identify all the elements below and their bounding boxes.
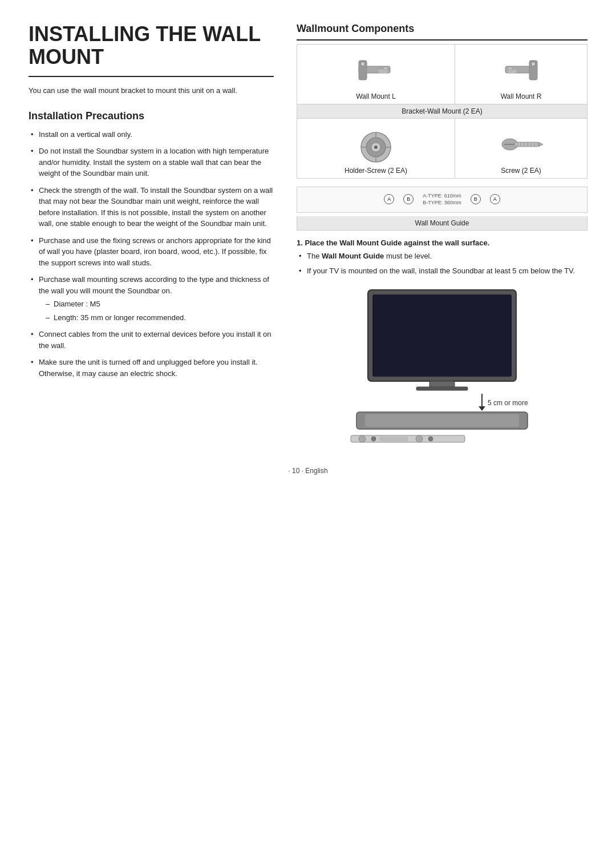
tv-diagram-svg: 5 cm or more [334, 284, 550, 444]
list-item: Make sure the unit is turned off and unp… [29, 357, 274, 379]
svg-point-9 [508, 67, 512, 70]
svg-marker-27 [538, 142, 543, 147]
components-table: Wall Mount L Wall Mount R [297, 44, 587, 179]
step-1-number: 1. Place the Wall Mount Guide against th… [297, 239, 587, 247]
component-label: Wall Mount L [356, 92, 396, 100]
page-title: INSTALLING THE WALL MOUNT [29, 23, 274, 77]
component-label: Wall Mount R [501, 92, 542, 100]
precautions-list: Install on a vertical wall only. Do not … [29, 129, 274, 379]
svg-rect-31 [416, 387, 468, 390]
guide-label: Wall Mount Guide [297, 216, 587, 231]
svg-point-41 [416, 435, 423, 442]
svg-rect-29 [372, 294, 512, 377]
guide-circle-a: A [384, 194, 394, 205]
list-item: The Wall Mount Guide must be level. [297, 251, 587, 262]
bracket-label-row: Bracket-Wall Mount (2 EA) [297, 104, 587, 119]
left-column: INSTALLING THE WALL MOUNT You can use th… [29, 23, 274, 444]
svg-rect-20 [514, 142, 538, 147]
screw-icon [496, 124, 547, 164]
component-cell: Wall Mount R [455, 45, 587, 104]
list-item: Install on a vertical wall only. [29, 129, 274, 140]
table-row: Wall Mount L Wall Mount R [297, 45, 587, 104]
right-column: Wallmount Components [297, 23, 587, 444]
list-item: Purchase and use the fixing screws or an… [29, 235, 274, 269]
holder-screw-icon [350, 124, 402, 164]
component-cell: Holder-Screw (2 EA) [297, 119, 455, 179]
svg-point-7 [531, 62, 536, 66]
sub-list: Diameter : M5 Length: 35 mm or longer re… [39, 298, 274, 323]
svg-point-2 [360, 62, 365, 66]
svg-point-42 [428, 437, 433, 441]
table-row: Holder-Screw (2 EA) [297, 119, 587, 179]
svg-point-38 [359, 435, 366, 442]
svg-text:5 cm or more: 5 cm or more [488, 399, 528, 407]
guide-circle-b: B [403, 194, 414, 205]
svg-rect-36 [365, 414, 519, 427]
step-1-bullets: The Wall Mount Guide must be level. If y… [297, 251, 587, 276]
guide-circle-b2: B [471, 194, 481, 205]
svg-rect-40 [379, 437, 408, 441]
precautions-title: Installation Precautions [29, 110, 274, 122]
bracket-label: Bracket-Wall Mount (2 EA) [297, 104, 587, 119]
sub-list-item: Diameter : M5 [46, 298, 274, 310]
intro-text: You can use the wall mount bracket to mo… [29, 85, 274, 96]
svg-point-39 [371, 437, 376, 441]
wall-mount-l-icon [350, 50, 402, 90]
list-item: Check the strength of the wall. To insta… [29, 185, 274, 229]
component-label: Screw (2 EA) [501, 167, 541, 175]
page-footer: · 10 · English [29, 467, 587, 475]
list-item: If your TV is mounted on the wall, insta… [297, 265, 587, 277]
list-item: Purchase wall mounting screws according … [29, 274, 274, 323]
page-content: INSTALLING THE WALL MOUNT You can use th… [29, 23, 587, 444]
svg-point-13 [374, 146, 378, 149]
guide-dimensions: A-TYPE: 610mmB-TYPE: 360mm [423, 193, 461, 206]
list-item: Connect cables from the unit to external… [29, 329, 274, 351]
list-item: Do not install the Soundbar system in a … [29, 146, 274, 179]
wallmount-title: Wallmount Components [297, 23, 587, 41]
wall-mount-r-icon [496, 50, 547, 90]
page-number: · 10 · English [288, 467, 327, 475]
component-cell: Wall Mount L [297, 45, 455, 104]
component-cell: Screw (2 EA) [455, 119, 587, 179]
guide-strip: A B A-TYPE: 610mmB-TYPE: 360mm B A [297, 187, 587, 213]
sub-list-item: Length: 35 mm or longer recommended. [46, 312, 274, 324]
svg-marker-33 [479, 406, 485, 411]
tv-illustration: 5 cm or more [297, 284, 587, 444]
component-label: Holder-Screw (2 EA) [345, 167, 407, 175]
guide-circle-a2: A [490, 194, 500, 205]
svg-point-4 [383, 67, 388, 70]
